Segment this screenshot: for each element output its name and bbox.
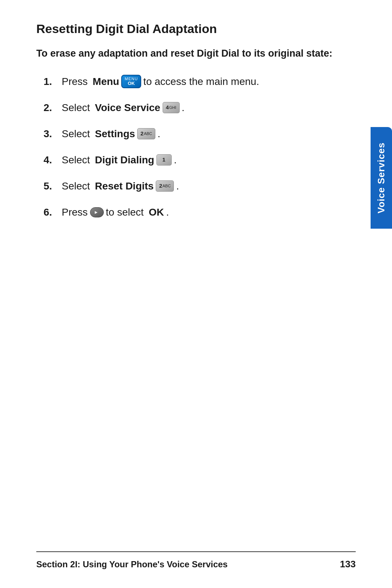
step-4-bold: Digit Dialing — [95, 152, 154, 168]
step-2-text: Select Voice Service 4GHI . — [62, 100, 184, 115]
reset-digits-icon: 2ABC — [156, 180, 174, 192]
step-5-text: Select Reset Digits 2ABC . — [62, 179, 179, 194]
step-5-number: 5. — [44, 179, 62, 194]
step-5-bold: Reset Digits — [95, 179, 154, 194]
step-1: 1. Press Menu MENU OK to access the main… — [44, 74, 359, 89]
step-6-number: 6. — [44, 205, 62, 220]
step-1-text: Press Menu MENU OK to access the main me… — [62, 74, 259, 89]
step-3: 3. Select Settings 2ABC . — [44, 126, 359, 142]
digit-dialing-icon: 1 — [156, 154, 172, 166]
side-tab: Voice Services — [371, 127, 392, 229]
step-4-number: 4. — [44, 152, 62, 168]
intro-text: To erase any adaptation and reset Digit … — [36, 46, 359, 61]
step-6-ok: OK — [149, 205, 164, 220]
step-3-text: Select Settings 2ABC . — [62, 126, 160, 142]
step-5: 5. Select Reset Digits 2ABC . — [44, 179, 359, 194]
section-title: Resetting Digit Dial Adaptation — [36, 22, 359, 36]
steps-list: 1. Press Menu MENU OK to access the main… — [44, 74, 359, 220]
step-2: 2. Select Voice Service 4GHI . — [44, 100, 359, 115]
step-4-text: Select Digit Dialing 1 . — [62, 152, 177, 168]
select-button-icon — [90, 207, 104, 217]
step-3-number: 3. — [44, 126, 62, 142]
step-1-bold: Menu — [93, 74, 119, 89]
step-6-text: Press to select OK. — [62, 205, 169, 220]
step-4: 4. Select Digit Dialing 1 . — [44, 152, 359, 168]
page-content: Resetting Digit Dial Adaptation To erase… — [0, 0, 392, 253]
step-2-number: 2. — [44, 100, 62, 115]
voice-service-icon: 4GHI — [163, 102, 180, 113]
footer-section-title: Section 2I: Using Your Phone's Voice Ser… — [36, 559, 228, 569]
step-2-bold: Voice Service — [95, 100, 160, 115]
footer-page-number: 133 — [340, 559, 356, 570]
menu-button-icon: MENU OK — [121, 75, 141, 88]
step-3-bold: Settings — [95, 126, 135, 142]
page-footer: Section 2I: Using Your Phone's Voice Ser… — [36, 551, 356, 570]
step-1-number: 1. — [44, 74, 62, 89]
settings-icon: 2ABC — [137, 128, 155, 139]
step-6: 6. Press to select OK. — [44, 205, 359, 220]
